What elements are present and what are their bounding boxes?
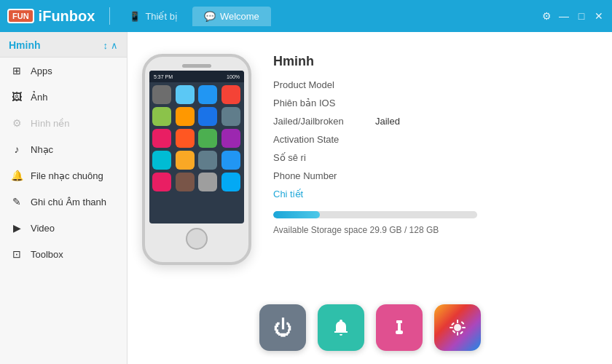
power-button[interactable]: ⏻ (259, 304, 306, 351)
ringtone-icon: 🔔 (10, 169, 23, 182)
phone-screen: 5:37 PM 100% (149, 71, 244, 223)
phone-mockup: 5:37 PM 100% (142, 54, 251, 265)
storage-bar-fill (273, 211, 320, 218)
phone-status-bar: 5:37 PM 100% (149, 71, 244, 82)
info-row-detail: Chi tiết (273, 189, 597, 199)
tab-thiet-bi[interactable]: 📱 Thiết bị (117, 7, 189, 26)
minimize-button[interactable]: — (558, 10, 570, 22)
window-controls: ⚙ — □ ✕ (541, 10, 605, 22)
action-buttons: ⏻ (142, 297, 597, 357)
wallpaper-icon: ⚙ (10, 116, 23, 130)
maximize-button[interactable]: □ (576, 10, 587, 22)
photos-button[interactable] (434, 304, 481, 351)
svg-rect-4 (457, 320, 458, 323)
device-section: 5:37 PM 100% Hminh Product Model Phiên b (142, 47, 597, 297)
sidebar-header: Hminh ↕ ∧ (0, 32, 127, 58)
svg-rect-2 (396, 331, 403, 334)
sidebar-item-file-nhac[interactable]: 🔔 File nhạc chuông (0, 162, 127, 189)
usb-button[interactable] (376, 304, 423, 351)
activation-label: Activation State (273, 134, 375, 145)
welcome-icon: 💬 (204, 11, 216, 22)
serial-label: Số sê ri (273, 152, 375, 163)
app-icon[interactable] (198, 151, 217, 170)
bell-button[interactable] (318, 304, 364, 351)
app-icon[interactable] (221, 107, 240, 126)
title-bar: FUN iFunbox 📱 Thiết bị 💬 Welcome ⚙ — □ ✕ (0, 0, 612, 32)
app-grid (149, 82, 244, 194)
title-tabs: 📱 Thiết bị 💬 Welcome (117, 7, 541, 26)
app-icon[interactable] (152, 129, 171, 148)
voice-memo-icon: ✎ (10, 195, 23, 208)
svg-rect-5 (457, 332, 458, 336)
sidebar-item-apps[interactable]: ⊞ Apps (0, 58, 127, 84)
app-icon[interactable] (221, 151, 240, 170)
svg-rect-0 (396, 320, 402, 323)
app-icon[interactable] (198, 173, 217, 191)
tab-thiet-bi-label: Thiết bị (145, 11, 178, 22)
phone-home-button[interactable] (186, 228, 208, 250)
phone-container: 5:37 PM 100% (142, 47, 251, 297)
anh-label: Ảnh (31, 92, 47, 103)
toolbox-icon: ⊡ (10, 248, 23, 261)
usb-icon (389, 317, 409, 338)
app-icon[interactable] (176, 151, 195, 170)
svg-rect-6 (450, 327, 453, 328)
sidebar-item-anh[interactable]: 🖼 Ảnh (0, 84, 127, 110)
svg-rect-9 (460, 331, 463, 335)
tab-welcome[interactable]: 💬 Welcome (192, 7, 271, 26)
phone-icon: 📱 (129, 11, 141, 22)
apps-icon: ⊞ (10, 64, 23, 77)
title-divider (109, 7, 110, 25)
sidebar-item-ghi-chu[interactable]: ✎ Ghi chú Âm thanh (0, 189, 127, 215)
info-row-serial: Số sê ri (273, 152, 597, 163)
main-layout: Hminh ↕ ∧ ⊞ Apps 🖼 Ảnh ⚙ Hình nền ♪ Nhạc… (0, 32, 612, 364)
tab-welcome-label: Welcome (220, 11, 259, 22)
sidebar-item-toolbox[interactable]: ⊡ Toolbox (0, 241, 127, 267)
status-time: 5:37 PM (154, 74, 173, 79)
app-icon[interactable] (198, 129, 217, 148)
storage-label: Available Storage space 29.9 GB / 128 GB (273, 225, 439, 235)
ghi-chu-label: Ghi chú Âm thanh (31, 197, 106, 207)
sidebar-item-hinh-nen[interactable]: ⚙ Hình nền (0, 110, 127, 136)
settings-button[interactable]: ⚙ (541, 10, 552, 22)
sidebar-item-video[interactable]: ▶ Video (0, 215, 127, 241)
storage-bar-container: Available Storage space 29.9 GB / 128 GB (273, 211, 597, 236)
close-button[interactable]: ✕ (593, 10, 605, 22)
apps-label: Apps (31, 66, 52, 76)
app-icon[interactable] (152, 85, 171, 104)
svg-rect-8 (451, 323, 455, 326)
app-icon[interactable] (152, 107, 171, 126)
app-icon[interactable] (198, 107, 217, 126)
phone-speaker (182, 64, 211, 68)
hinh-nen-label: Hình nền (31, 118, 70, 129)
app-icon[interactable] (176, 107, 195, 126)
sidebar-item-nhac[interactable]: ♪ Nhạc (0, 136, 127, 162)
svg-rect-7 (462, 327, 466, 328)
app-icon[interactable] (152, 173, 171, 191)
photos-icon (447, 317, 468, 338)
app-icon[interactable] (176, 129, 195, 148)
file-nhac-label: File nhạc chuông (31, 170, 103, 181)
music-icon: ♪ (10, 143, 23, 156)
app-icon[interactable] (221, 129, 240, 148)
app-icon[interactable] (221, 85, 240, 104)
sort-icon[interactable]: ↕ (103, 40, 109, 51)
app-icon[interactable] (152, 151, 171, 170)
photo-icon: 🖼 (10, 90, 23, 103)
content-area: 5:37 PM 100% Hminh Product Model Phiên b (128, 32, 612, 364)
info-row-jailbreak: Jailed/Jailbroken Jailed (273, 116, 597, 127)
svg-point-3 (454, 324, 461, 331)
detail-label[interactable]: Chi tiết (273, 189, 375, 199)
app-icon[interactable] (176, 173, 195, 191)
ios-label: Phiên bản IOS (273, 98, 375, 108)
app-icon[interactable] (176, 85, 195, 104)
app-icon[interactable] (198, 85, 217, 104)
info-row-model: Product Model (273, 79, 597, 90)
collapse-icon[interactable]: ∧ (111, 40, 118, 51)
app-logo: FUN iFunbox (7, 8, 102, 25)
video-icon: ▶ (10, 221, 23, 234)
storage-bar (273, 211, 477, 218)
app-icon[interactable] (221, 173, 240, 191)
device-name-heading: Hminh (273, 54, 597, 69)
bell-icon (331, 317, 351, 338)
